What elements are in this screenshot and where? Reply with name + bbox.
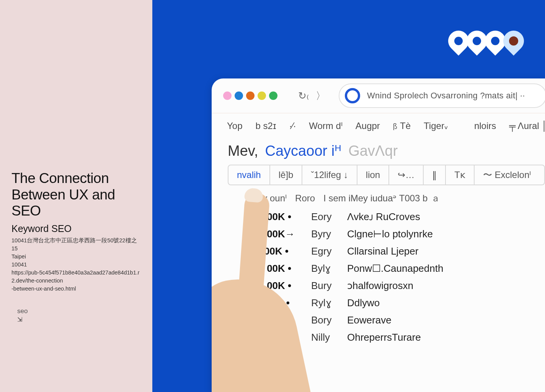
heading-c: GavΛqr	[348, 143, 398, 159]
chrome-bar: ↻₍ 〉 Wnind Sprolech Ovsarroning ?mats ai…	[212, 78, 545, 113]
row-name: Eowerave	[347, 314, 392, 326]
row-name: Cllarsinal Ljeper	[347, 245, 418, 257]
row-code: Byry	[311, 228, 338, 240]
subhead-item: Roro	[295, 193, 315, 204]
tab[interactable]: Augpr	[356, 121, 380, 131]
sidebar: The Connection Between UX and SEO Keywor…	[0, 0, 152, 392]
logo-row	[450, 31, 524, 51]
heading-b: Caycaoor iᴴ	[265, 142, 342, 159]
toolbar-item[interactable]: lē]b	[270, 165, 303, 185]
tab[interactable]: Yop	[227, 121, 243, 131]
subhead-item: I sem iMey iuduaᵊ T003 b ａ	[323, 192, 440, 204]
subhead-item: Hry ounᴵ	[253, 193, 287, 204]
row-name: OhreperrsTurare	[347, 332, 421, 343]
meta-url-2[interactable]: -between-ux-and-seo.html	[11, 285, 141, 293]
tab[interactable]: nloirs	[474, 121, 496, 131]
tag-box: seo ⇲	[11, 307, 141, 323]
toolbar-item[interactable]: Tᴋ	[446, 165, 475, 185]
tabs-row: Yop b s2ɪ ·⁄· Worm dᴵ Augpr ꞵ Tè Tigerᵥ …	[212, 113, 545, 139]
dot-icon[interactable]	[269, 91, 277, 100]
page-title: The Connection Between UX and SEO	[11, 170, 141, 219]
hero: ↻₍ 〉 Wnind Sprolech Ovsarroning ?mats ai…	[152, 0, 545, 392]
table-row[interactable]: 32 00K •Buryɔhalfowigrosxn	[253, 277, 545, 294]
subhead-row: Hry ounᴵ Roro I sem iMey iuduaᵊ T003 b ａ	[212, 185, 545, 208]
dot-icon[interactable]	[235, 91, 243, 100]
row-name: Ponw☐.Caunapednth	[347, 263, 443, 274]
toolbar-item[interactable]: lion	[357, 165, 389, 185]
traffic-lights[interactable]	[223, 91, 277, 100]
table-row[interactable]: 17 004 •RylɣDdlywo	[253, 294, 545, 312]
meta-line-2: Taipei	[11, 253, 141, 261]
row-value: 80 00K •	[253, 263, 302, 274]
tab[interactable]: ·⁄·	[289, 121, 296, 131]
table-row[interactable]: 8Ɛ 00K •	[253, 346, 545, 363]
row-name: Λvkeᴊ RuCroves	[347, 211, 420, 223]
table-row[interactable]: 32 00K •BoryEowerave	[253, 312, 545, 329]
meta-line-1: 15	[11, 245, 141, 253]
toolbar-item[interactable]: nvalih	[228, 165, 270, 185]
row-value: 17 004 •	[253, 297, 302, 309]
table-row[interactable]: 66 00K •EoryΛvkeᴊ RuCroves	[253, 208, 545, 225]
heading-a: Mev,	[228, 143, 258, 159]
forward-icon[interactable]: 〉	[316, 89, 326, 103]
row-value: 8Ɛ 00K •	[253, 349, 302, 361]
row-code: Bury	[311, 280, 338, 292]
dot-icon[interactable]	[258, 91, 266, 100]
row-code: Eory	[311, 211, 338, 223]
tab[interactable]: Tigerᵥ	[424, 121, 448, 131]
dot-icon[interactable]	[223, 91, 232, 100]
table-row[interactable]: 80 00K •BylɣPonw☐.Caunapednth	[253, 260, 545, 277]
logo-blob-icon	[499, 26, 528, 56]
row-name: Clgne⊢lo ptolynrke	[347, 228, 433, 240]
toolbar-item[interactable]: ↪…	[389, 165, 424, 185]
data-table: 66 00K •EoryΛvkeᴊ RuCroves13 00K→ByryClg…	[212, 208, 545, 363]
browser-window: ↻₍ 〉 Wnind Sprolech Ovsarroning ?mats ai…	[212, 78, 545, 392]
row-value: 13 00K→	[253, 228, 302, 240]
row-value: 66 00K •	[253, 211, 302, 223]
row-value: 8I 00K •	[253, 245, 302, 257]
row-name: ɔhalfowigrosxn	[347, 280, 413, 292]
tab[interactable]: b s2ɪ	[256, 121, 276, 131]
page-heading: Mev, Caycaoor iᴴ GavΛqr	[212, 139, 545, 165]
address-text[interactable]: Wnind Sprolech Ovsarroning ?mats ait| ··	[367, 91, 525, 101]
tab[interactable]: ╤ Λural ║	[509, 121, 545, 131]
meta-url-1[interactable]: https://pub-5c454f571b8e40a3a2aad27ade84…	[11, 269, 141, 285]
meta-line-0: 10041台灣台北市中正區忠孝西路一段50號22樓之	[11, 237, 141, 245]
reload-icon[interactable]: ↻₍	[298, 90, 309, 102]
expand-icon[interactable]: ⇲	[17, 316, 141, 323]
toolbar-item[interactable]: 〜 Exclelonᴵ	[475, 165, 539, 185]
toolbar-item[interactable]: ˇ12lifeg ↓	[302, 165, 357, 185]
dot-icon[interactable]	[246, 91, 255, 100]
table-row[interactable]: S0 00K •NillyOhreperrsTurare	[253, 329, 545, 346]
tab[interactable]: ꞵ Tè	[393, 121, 411, 131]
tab[interactable]: Worm dᴵ	[309, 121, 343, 131]
row-value: 32 00K •	[253, 280, 302, 292]
table-row[interactable]: 8I 00K •EgryCllarsinal Ljeper	[253, 243, 545, 260]
row-value: S0 00K •	[253, 332, 302, 343]
toolbar: nvalih lē]b ˇ12lifeg ↓ lion ↪… ‖ Tᴋ 〜 Ex…	[228, 165, 545, 185]
row-code: Egry	[311, 245, 338, 257]
meta-line-3: 10041	[11, 261, 141, 269]
row-value: 32 00K •	[253, 314, 302, 326]
table-row[interactable]: 13 00K→ByryClgne⊢lo ptolynrke	[253, 225, 545, 243]
row-code: Bylɣ	[311, 263, 338, 274]
tag-label: seo	[17, 307, 141, 315]
row-code: Bory	[311, 314, 338, 326]
row-code: Rylɣ	[311, 297, 338, 309]
address-bar[interactable]: Wnind Sprolech Ovsarroning ?mats ait| ··	[339, 83, 545, 108]
row-code: Nilly	[311, 332, 338, 343]
page-subtitle: Keyword SEO	[11, 223, 141, 234]
loading-ring-icon	[345, 88, 360, 103]
row-name: Ddlywo	[347, 297, 380, 309]
toolbar-item[interactable]: ‖	[424, 165, 446, 185]
